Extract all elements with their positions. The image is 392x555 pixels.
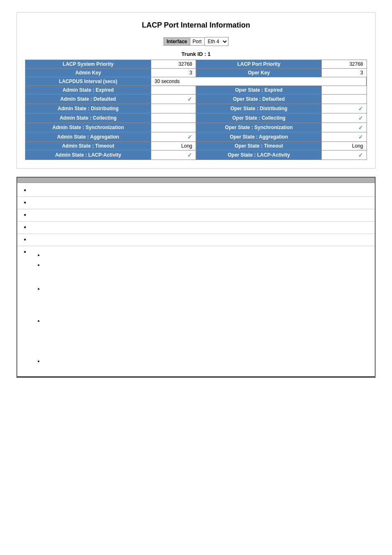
right-value-cell: 32768 bbox=[322, 60, 367, 69]
bullet-icon: • bbox=[24, 199, 26, 206]
interface-label: Interface bbox=[164, 37, 190, 46]
right-value-cell: 3 bbox=[322, 69, 367, 77]
list-item: • bbox=[17, 222, 375, 234]
left-label-cell: Admin State : Distributing bbox=[25, 104, 151, 113]
checkmark-icon: ✓ bbox=[187, 152, 192, 158]
sub-bullet-icon: • bbox=[38, 358, 40, 365]
left-value-cell bbox=[151, 113, 196, 123]
bullet-icon: • bbox=[24, 249, 26, 255]
bottom-panel: • • • • • • • bbox=[16, 177, 376, 378]
right-value-cell bbox=[322, 86, 367, 95]
list-item: • bbox=[17, 197, 375, 209]
list-item: • bbox=[17, 234, 375, 246]
left-label-cell: Admin State : Timeout bbox=[25, 142, 151, 150]
left-label-cell: LACP System Priority bbox=[25, 60, 151, 69]
interface-port-text: Port bbox=[190, 37, 205, 46]
sub-item: • bbox=[38, 356, 368, 366]
list-item: • bbox=[17, 209, 375, 222]
bullet-icon: • bbox=[24, 224, 26, 231]
left-value-cell bbox=[151, 123, 196, 132]
panel-title: LACP Port Internal Information bbox=[25, 21, 367, 30]
checkmark-icon: ✓ bbox=[358, 124, 363, 131]
right-value-cell: ✓ bbox=[322, 123, 367, 132]
left-label-cell: LACPDUS Interval (secs) bbox=[25, 77, 151, 86]
list-section: • • • • • • • bbox=[17, 183, 375, 376]
left-value-cell: 32768 bbox=[151, 60, 196, 69]
sub-list-2: • bbox=[38, 284, 368, 294]
left-value-cell bbox=[151, 86, 196, 95]
checkmark-icon: ✓ bbox=[358, 115, 363, 121]
left-value-cell: ✓ bbox=[151, 150, 196, 160]
right-label-cell: Oper State : Timeout bbox=[196, 142, 322, 150]
right-value-cell: ✓ bbox=[322, 104, 367, 113]
interface-row: InterfacePortEth 4 bbox=[25, 37, 367, 46]
list-item-with-sub: • • • • bbox=[17, 246, 375, 375]
lacp-info-panel: LACP Port Internal Information Interface… bbox=[16, 12, 376, 169]
sub-list: • • bbox=[38, 250, 368, 270]
right-value-cell: ✓ bbox=[322, 113, 367, 123]
bottom-header bbox=[17, 178, 375, 183]
list-item: • bbox=[17, 185, 375, 197]
sub-item: • bbox=[38, 250, 368, 260]
right-label-cell: Oper State : LACP-Activity bbox=[196, 150, 322, 160]
right-label-cell: Oper Key bbox=[196, 69, 322, 77]
left-value-cell: ✓ bbox=[151, 95, 196, 104]
left-label-cell: Admin State : Collecting bbox=[25, 113, 151, 123]
bullet-icon: • bbox=[24, 212, 26, 218]
bullet-icon: • bbox=[24, 187, 26, 194]
left-value-cell: 3 bbox=[151, 69, 196, 77]
left-value-cell: 30 seconds bbox=[151, 77, 367, 86]
checkmark-icon: ✓ bbox=[358, 105, 363, 112]
left-label-cell: Admin State : Expired bbox=[25, 86, 151, 95]
left-label-cell: Admin State : Aggregation bbox=[25, 132, 151, 142]
trunk-id: Trunk ID : 1 bbox=[25, 51, 367, 57]
sub-item: • bbox=[38, 316, 368, 326]
right-label-cell: Oper State : Distributing bbox=[196, 104, 322, 113]
checkmark-icon: ✓ bbox=[187, 96, 192, 102]
sub-bullet-icon: • bbox=[38, 318, 40, 324]
sub-bullet-icon: • bbox=[38, 262, 40, 268]
right-value-cell bbox=[322, 95, 367, 104]
right-value-cell: Long bbox=[322, 142, 367, 150]
sub-bullet-icon: • bbox=[38, 286, 40, 292]
right-label-cell: LACP Port Priority bbox=[196, 60, 322, 69]
right-label-cell: Oper State : Expired bbox=[196, 86, 322, 95]
checkmark-icon: ✓ bbox=[358, 134, 363, 140]
left-value-cell bbox=[151, 104, 196, 113]
left-value-cell: ✓ bbox=[151, 132, 196, 142]
checkmark-icon: ✓ bbox=[187, 134, 192, 140]
left-label-cell: Admin State : LACP-Activity bbox=[25, 150, 151, 160]
right-value-cell: ✓ bbox=[322, 150, 367, 160]
sub-item: • bbox=[38, 260, 368, 270]
left-label-cell: Admin State : Defaulted bbox=[25, 95, 151, 104]
checkmark-icon: ✓ bbox=[358, 152, 363, 158]
sub-list-3: • bbox=[38, 316, 368, 326]
interface-select[interactable]: Eth 4 bbox=[205, 37, 228, 46]
sub-bullet-icon: • bbox=[38, 252, 40, 259]
bullet-icon: • bbox=[24, 236, 26, 243]
info-table: LACP System Priority32768LACP Port Prior… bbox=[25, 60, 367, 160]
left-label-cell: Admin State : Synchronization bbox=[25, 123, 151, 132]
right-value-cell: ✓ bbox=[322, 132, 367, 142]
left-value-cell: Long bbox=[151, 142, 196, 150]
right-label-cell: Oper State : Aggregation bbox=[196, 132, 322, 142]
bottom-border bbox=[17, 376, 375, 377]
right-label-cell: Oper State : Synchronization bbox=[196, 123, 322, 132]
sub-list-4: • bbox=[38, 356, 368, 366]
left-label-cell: Admin Key bbox=[25, 69, 151, 77]
right-label-cell: Oper State : Defaulted bbox=[196, 95, 322, 104]
right-label-cell: Oper State : Collecting bbox=[196, 113, 322, 123]
sub-item: • bbox=[38, 284, 368, 294]
